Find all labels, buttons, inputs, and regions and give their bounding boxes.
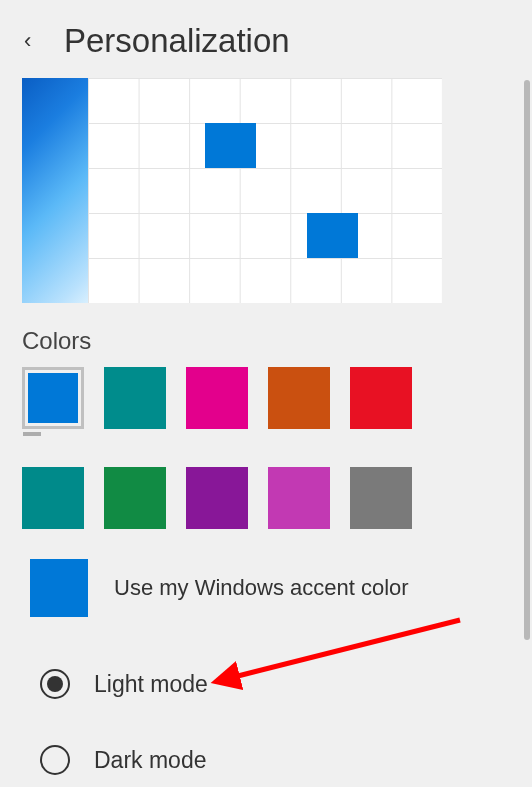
swatch-row: [22, 367, 532, 429]
color-swatch-gray[interactable]: [350, 467, 412, 529]
radio-icon: [40, 669, 70, 699]
scrollbar[interactable]: [520, 80, 532, 787]
color-swatch-magenta[interactable]: [186, 367, 248, 429]
color-swatch-purple[interactable]: [186, 467, 248, 529]
accent-color-label: Use my Windows accent color: [114, 575, 409, 601]
mode-label: Dark mode: [94, 747, 206, 774]
accent-color-swatch[interactable]: [30, 559, 88, 617]
color-swatch-orange[interactable]: [268, 367, 330, 429]
color-swatch-dark-teal[interactable]: [22, 467, 84, 529]
preview-tile: [205, 123, 256, 168]
scrollbar-thumb[interactable]: [524, 80, 530, 640]
mode-label: Light mode: [94, 671, 208, 698]
dark-mode-option[interactable]: Dark mode: [40, 745, 532, 775]
color-swatch-grid: [22, 367, 532, 529]
colors-section-title: Colors: [22, 327, 532, 355]
accent-color-option[interactable]: Use my Windows accent color: [30, 559, 532, 617]
color-swatch-teal[interactable]: [104, 367, 166, 429]
radio-icon: [40, 745, 70, 775]
color-swatch-pink[interactable]: [268, 467, 330, 529]
page-title: Personalization: [64, 22, 290, 60]
theme-mode-list: Light mode Dark mode: [40, 669, 532, 775]
preview-wallpaper: [22, 78, 88, 303]
light-mode-option[interactable]: Light mode: [40, 669, 532, 699]
preview-grid: [88, 78, 442, 303]
header: ‹ Personalization: [0, 0, 532, 78]
color-swatch-red[interactable]: [350, 367, 412, 429]
theme-preview: [22, 78, 442, 303]
color-swatch-green[interactable]: [104, 467, 166, 529]
back-button[interactable]: ‹: [24, 28, 52, 54]
swatch-row: [22, 467, 532, 529]
preview-tile: [307, 213, 358, 258]
color-swatch-blue[interactable]: [22, 367, 84, 429]
